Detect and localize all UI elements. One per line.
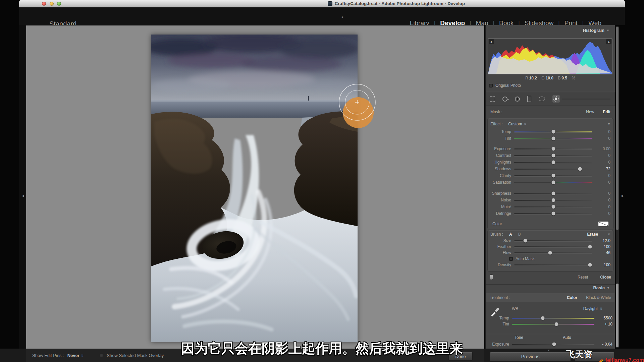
close-window-button[interactable] [42, 2, 46, 6]
brush-label: Brush : [490, 232, 503, 237]
shadow-clipping-indicator[interactable]: ▲ [489, 39, 494, 44]
red-eye-tool-icon[interactable] [515, 97, 520, 102]
slider-label: Exposure [488, 342, 509, 347]
brush-erase-button[interactable]: Erase [587, 232, 598, 237]
slider-track[interactable] [512, 324, 594, 325]
slider-knob[interactable] [551, 137, 555, 140]
effect-collapse-icon[interactable]: ▼ [607, 122, 610, 126]
brush-cursor-overlay[interactable] [330, 75, 387, 134]
brush-a-button[interactable]: A [509, 232, 512, 237]
slider-knob[interactable] [555, 322, 558, 326]
histogram-header[interactable]: Histogram ▼ [583, 28, 609, 33]
treatment-bw-button[interactable]: Black & White [586, 295, 611, 300]
slider-track[interactable] [514, 252, 592, 253]
auto-mask-checkbox[interactable] [509, 257, 513, 261]
slider-label: Temp [488, 316, 509, 320]
show-right-panel-arrow-icon[interactable]: ► [621, 194, 625, 198]
collapse-top-panel-arrow-icon[interactable]: ▲ [341, 15, 344, 18]
panel-switch-icon[interactable] [490, 275, 493, 280]
slider-track[interactable] [514, 155, 592, 156]
slider-track[interactable] [514, 193, 592, 194]
slider-knob[interactable] [551, 174, 555, 178]
previous-button[interactable]: Previous [490, 352, 571, 361]
slider-knob[interactable] [551, 212, 555, 216]
slider-knob[interactable] [588, 263, 592, 267]
slider-track[interactable] [514, 213, 592, 214]
auto-mask-row: Auto Mask [488, 256, 613, 262]
slider-track[interactable] [514, 206, 592, 207]
slider-tint: Tint0 [488, 135, 613, 142]
slider-knob[interactable] [552, 343, 556, 346]
slider-knob[interactable] [588, 245, 592, 249]
original-photo-toggle[interactable]: Original Photo [489, 83, 521, 88]
color-swatch[interactable] [598, 222, 608, 226]
adjustment-brush-tool-icon[interactable] [552, 95, 560, 103]
mask-edit-button[interactable]: Edit [603, 110, 610, 114]
mask-new-button[interactable]: New [586, 110, 594, 114]
reset-button[interactable]: Reset [578, 275, 588, 280]
scrollbar-segment[interactable] [616, 27, 619, 230]
minimize-window-button[interactable] [50, 2, 54, 6]
slider-knob[interactable] [578, 167, 582, 171]
slider-track[interactable] [514, 131, 592, 132]
tone-sliders: Exposure- 0.04 [486, 341, 615, 348]
slider-track[interactable] [514, 200, 592, 201]
slider-knob[interactable] [541, 316, 544, 320]
close-button[interactable]: Close [600, 275, 611, 280]
photo[interactable] [151, 35, 358, 342]
slider-highlights: Highlights0 [488, 159, 613, 166]
slider-track[interactable] [514, 246, 592, 247]
effect-preset-dropdown[interactable]: Custom [508, 122, 522, 126]
auto-tone-button[interactable]: Auto [563, 335, 571, 340]
slider-knob[interactable] [523, 239, 527, 243]
treatment-color-button[interactable]: Color [567, 295, 577, 300]
crop-tool-icon[interactable] [490, 96, 495, 102]
slider-knob[interactable] [551, 161, 555, 164]
slider-knob[interactable] [551, 147, 555, 151]
treatment-label: Treatment : [490, 295, 510, 300]
mask-pin[interactable] [343, 97, 374, 128]
zoom-window-button[interactable] [57, 2, 61, 6]
slider-track[interactable] [514, 138, 592, 139]
window-title: CraftsyCatalog.lrcat - Adobe Photoshop L… [335, 1, 465, 6]
slider-knob[interactable] [551, 154, 555, 158]
slider-track[interactable] [512, 318, 594, 319]
radial-filter-tool-icon[interactable] [539, 97, 545, 101]
histogram-box[interactable]: ▲ ▲ [488, 38, 612, 74]
checkbox-icon[interactable] [489, 84, 493, 87]
slider-track[interactable] [514, 182, 592, 183]
slider-track[interactable] [514, 175, 592, 176]
slider-sharpness: Sharpness0 [488, 190, 613, 197]
scrollbar-thumb[interactable] [616, 284, 619, 347]
tone-row: Tone Auto [486, 334, 615, 341]
show-edit-pins-label: Show Edit Pins : [32, 353, 64, 358]
brush-b-button[interactable]: B [518, 232, 521, 237]
wb-preset-dropdown[interactable]: Daylight [583, 306, 598, 311]
slider-track[interactable] [514, 162, 592, 163]
mask-overlay-checkbox[interactable] [100, 354, 103, 357]
collapse-bottom-panel-arrow-icon[interactable]: ▼ [547, 349, 550, 352]
highlight-clipping-indicator[interactable]: ▲ [606, 39, 611, 44]
graduated-filter-tool-icon[interactable] [527, 96, 531, 102]
slider-track[interactable] [514, 148, 592, 149]
slider-knob[interactable] [551, 192, 555, 195]
basic-header[interactable]: Basic ▼ [486, 284, 615, 291]
photo-image [151, 35, 358, 342]
watermark-site-name: 飞天资源论坛 [566, 349, 597, 362]
slider-track[interactable] [512, 344, 594, 345]
slider-knob[interactable] [551, 130, 555, 134]
slider-track[interactable] [514, 169, 592, 170]
spot-removal-tool-icon[interactable] [502, 97, 507, 102]
slider-value: 46 [596, 250, 610, 255]
brush-collapse-icon[interactable]: ▼ [607, 233, 610, 236]
slider-knob[interactable] [551, 205, 555, 209]
slider-knob[interactable] [548, 251, 552, 255]
slider-knob[interactable] [551, 181, 555, 184]
show-left-panel-arrow-icon[interactable]: ◄ [21, 194, 25, 198]
window-titlebar[interactable]: CraftsyCatalog.lrcat - Adobe Photoshop L… [19, 0, 625, 7]
show-edit-pins-dropdown[interactable]: Never [67, 353, 79, 358]
slider-track[interactable] [514, 264, 592, 265]
slider-label: Noise [490, 198, 511, 202]
slider-knob[interactable] [551, 198, 555, 202]
slider-track[interactable] [514, 240, 592, 241]
